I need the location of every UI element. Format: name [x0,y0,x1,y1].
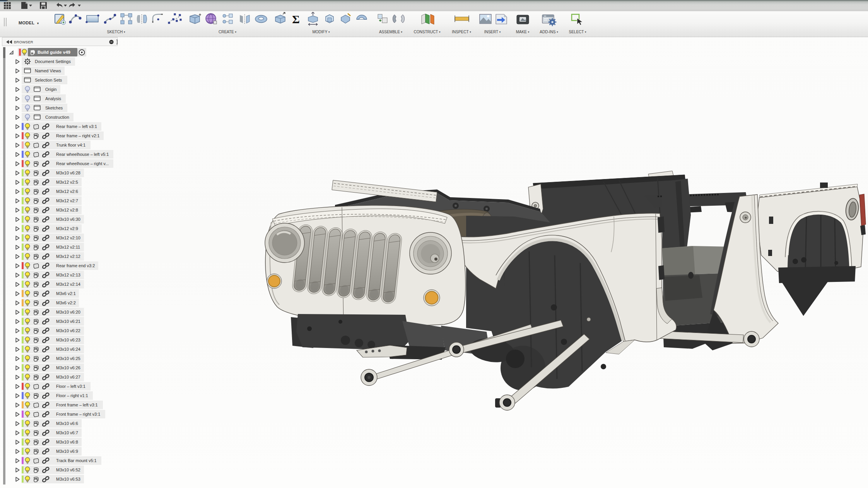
svg-text:Σ: Σ [292,13,300,26]
